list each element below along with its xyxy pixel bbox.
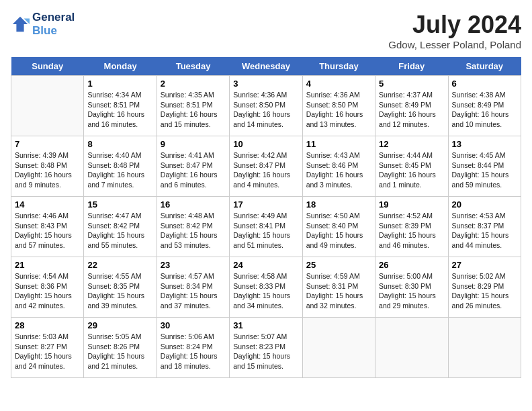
calendar-cell: 10Sunrise: 4:42 AMSunset: 8:47 PMDayligh…: [230, 136, 302, 197]
date-number: 17: [233, 199, 298, 210]
calendar-cell: 17Sunrise: 4:49 AMSunset: 8:41 PMDayligh…: [230, 197, 302, 257]
calendar-cell: 3Sunrise: 4:36 AMSunset: 8:50 PMDaylight…: [230, 76, 302, 136]
week-row-4: 21Sunrise: 4:54 AMSunset: 8:36 PMDayligh…: [11, 257, 521, 318]
calendar-cell: 15Sunrise: 4:47 AMSunset: 8:42 PMDayligh…: [84, 197, 157, 257]
date-number: 13: [452, 139, 517, 149]
date-number: 18: [306, 199, 371, 210]
calendar-cell: 16Sunrise: 4:48 AMSunset: 8:42 PMDayligh…: [157, 197, 229, 257]
date-number: 27: [452, 260, 517, 270]
calendar-cell: 4Sunrise: 4:36 AMSunset: 8:50 PMDaylight…: [302, 76, 375, 136]
day-header-saturday: Saturday: [448, 57, 521, 76]
date-number: 30: [161, 320, 226, 330]
calendar-cell: 7Sunrise: 4:39 AMSunset: 8:48 PMDaylight…: [11, 136, 84, 197]
date-number: 21: [15, 260, 80, 270]
calendar-table: SundayMondayTuesdayWednesdayThursdayFrid…: [11, 57, 521, 378]
cell-info: Sunrise: 4:35 AMSunset: 8:51 PMDaylight:…: [161, 90, 226, 130]
date-number: 31: [233, 320, 298, 330]
date-number: 22: [87, 260, 152, 270]
week-row-1: 1Sunrise: 4:34 AMSunset: 8:51 PMDaylight…: [11, 76, 521, 136]
calendar-cell: 5Sunrise: 4:37 AMSunset: 8:49 PMDaylight…: [375, 76, 448, 136]
calendar-cell: [11, 76, 84, 136]
title-block: July 2024 Gdow, Lesser Poland, Poland: [388, 11, 521, 50]
calendar-cell: 11Sunrise: 4:43 AMSunset: 8:46 PMDayligh…: [302, 136, 375, 197]
date-number: 26: [379, 260, 444, 270]
calendar-cell: 28Sunrise: 5:03 AMSunset: 8:27 PMDayligh…: [11, 318, 84, 378]
date-number: 20: [452, 199, 517, 210]
date-number: 3: [233, 79, 298, 89]
cell-info: Sunrise: 4:52 AMSunset: 8:39 PMDaylight:…: [379, 211, 444, 250]
calendar-cell: 6Sunrise: 4:38 AMSunset: 8:49 PMDaylight…: [448, 76, 521, 136]
calendar-cell: 26Sunrise: 5:00 AMSunset: 8:30 PMDayligh…: [375, 257, 448, 318]
calendar-cell: [375, 318, 448, 378]
cell-info: Sunrise: 4:57 AMSunset: 8:34 PMDaylight:…: [161, 271, 226, 311]
cell-info: Sunrise: 5:05 AMSunset: 8:26 PMDaylight:…: [87, 332, 152, 371]
date-number: 11: [306, 139, 371, 149]
calendar-cell: 27Sunrise: 5:02 AMSunset: 8:29 PMDayligh…: [448, 257, 521, 318]
subtitle: Gdow, Lesser Poland, Poland: [388, 39, 521, 50]
week-row-3: 14Sunrise: 4:46 AMSunset: 8:43 PMDayligh…: [11, 197, 521, 257]
day-header-monday: Monday: [84, 57, 157, 76]
date-number: 10: [233, 139, 298, 149]
main-title: July 2024: [388, 11, 521, 39]
logo-text-blue: Blue: [32, 24, 75, 38]
cell-info: Sunrise: 4:38 AMSunset: 8:49 PMDaylight:…: [452, 90, 517, 130]
date-number: 1: [87, 79, 152, 89]
cell-info: Sunrise: 4:45 AMSunset: 8:44 PMDaylight:…: [452, 150, 517, 190]
date-number: 5: [379, 79, 444, 89]
date-number: 8: [87, 139, 152, 149]
cell-info: Sunrise: 4:46 AMSunset: 8:43 PMDaylight:…: [15, 211, 80, 250]
cell-info: Sunrise: 4:36 AMSunset: 8:50 PMDaylight:…: [233, 90, 298, 130]
date-number: 24: [233, 260, 298, 270]
date-number: 9: [161, 139, 226, 149]
calendar-cell: 12Sunrise: 4:44 AMSunset: 8:45 PMDayligh…: [375, 136, 448, 197]
cell-info: Sunrise: 4:37 AMSunset: 8:49 PMDaylight:…: [379, 90, 444, 130]
cell-info: Sunrise: 4:49 AMSunset: 8:41 PMDaylight:…: [233, 211, 298, 250]
day-header-friday: Friday: [375, 57, 448, 76]
date-number: 25: [306, 260, 371, 270]
cell-info: Sunrise: 4:50 AMSunset: 8:40 PMDaylight:…: [306, 211, 371, 250]
date-number: 6: [452, 79, 517, 89]
cell-info: Sunrise: 4:39 AMSunset: 8:48 PMDaylight:…: [15, 150, 80, 190]
cell-info: Sunrise: 4:58 AMSunset: 8:33 PMDaylight:…: [233, 271, 298, 311]
calendar-cell: 22Sunrise: 4:55 AMSunset: 8:35 PMDayligh…: [84, 257, 157, 318]
cell-info: Sunrise: 4:59 AMSunset: 8:31 PMDaylight:…: [306, 271, 371, 311]
cell-info: Sunrise: 5:07 AMSunset: 8:23 PMDaylight:…: [233, 332, 298, 371]
day-header-thursday: Thursday: [302, 57, 375, 76]
day-header-row: SundayMondayTuesdayWednesdayThursdayFrid…: [11, 57, 521, 76]
date-number: 2: [161, 79, 226, 89]
date-number: 16: [161, 199, 226, 210]
logo-text-general: General: [32, 11, 75, 24]
cell-info: Sunrise: 5:06 AMSunset: 8:24 PMDaylight:…: [161, 332, 226, 371]
cell-info: Sunrise: 4:47 AMSunset: 8:42 PMDaylight:…: [87, 211, 152, 250]
cell-info: Sunrise: 5:03 AMSunset: 8:27 PMDaylight:…: [15, 332, 80, 371]
calendar-cell: 21Sunrise: 4:54 AMSunset: 8:36 PMDayligh…: [11, 257, 84, 318]
date-number: 15: [87, 199, 152, 210]
day-header-sunday: Sunday: [11, 57, 84, 76]
calendar-cell: [448, 318, 521, 378]
cell-info: Sunrise: 4:53 AMSunset: 8:37 PMDaylight:…: [452, 211, 517, 250]
week-row-2: 7Sunrise: 4:39 AMSunset: 8:48 PMDaylight…: [11, 136, 521, 197]
cell-info: Sunrise: 5:00 AMSunset: 8:30 PMDaylight:…: [379, 271, 444, 311]
date-number: 29: [87, 320, 152, 330]
cell-info: Sunrise: 5:02 AMSunset: 8:29 PMDaylight:…: [452, 271, 517, 311]
calendar-cell: 19Sunrise: 4:52 AMSunset: 8:39 PMDayligh…: [375, 197, 448, 257]
calendar-cell: 30Sunrise: 5:06 AMSunset: 8:24 PMDayligh…: [157, 318, 229, 378]
date-number: 14: [15, 199, 80, 210]
header: General Blue July 2024 Gdow, Lesser Pola…: [11, 11, 521, 50]
date-number: 12: [379, 139, 444, 149]
calendar-cell: 13Sunrise: 4:45 AMSunset: 8:44 PMDayligh…: [448, 136, 521, 197]
date-number: 19: [379, 199, 444, 210]
calendar-cell: 20Sunrise: 4:53 AMSunset: 8:37 PMDayligh…: [448, 197, 521, 257]
calendar-cell: 18Sunrise: 4:50 AMSunset: 8:40 PMDayligh…: [302, 197, 375, 257]
calendar-cell: 25Sunrise: 4:59 AMSunset: 8:31 PMDayligh…: [302, 257, 375, 318]
cell-info: Sunrise: 4:42 AMSunset: 8:47 PMDaylight:…: [233, 150, 298, 190]
cell-info: Sunrise: 4:36 AMSunset: 8:50 PMDaylight:…: [306, 90, 371, 130]
date-number: 7: [15, 139, 80, 149]
calendar-cell: [302, 318, 375, 378]
calendar-cell: 9Sunrise: 4:41 AMSunset: 8:47 PMDaylight…: [157, 136, 229, 197]
calendar-cell: 8Sunrise: 4:40 AMSunset: 8:48 PMDaylight…: [84, 136, 157, 197]
cell-info: Sunrise: 4:55 AMSunset: 8:35 PMDaylight:…: [87, 271, 152, 311]
week-row-5: 28Sunrise: 5:03 AMSunset: 8:27 PMDayligh…: [11, 318, 521, 378]
calendar-cell: 1Sunrise: 4:34 AMSunset: 8:51 PMDaylight…: [84, 76, 157, 136]
cell-info: Sunrise: 4:44 AMSunset: 8:45 PMDaylight:…: [379, 150, 444, 190]
